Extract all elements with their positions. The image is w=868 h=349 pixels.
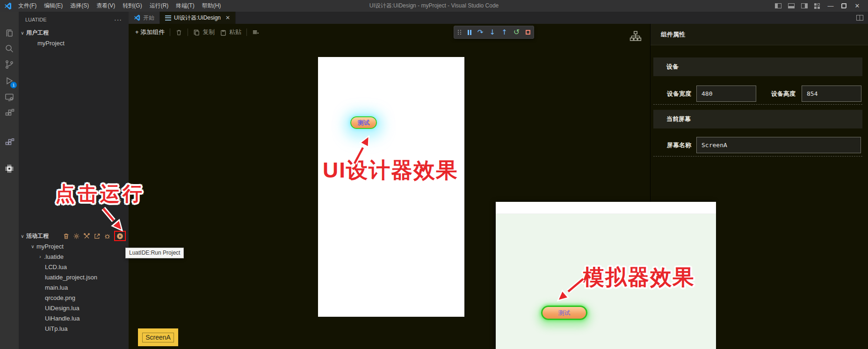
panel-title: 组件属性 [651,24,868,45]
tree-item-user-myproject[interactable]: myProject [19,38,129,48]
webview-icon [165,15,171,21]
tree-item-lcd-lua[interactable]: LCD.lua [19,262,129,272]
paste-button[interactable]: 粘贴 [220,28,241,36]
delete-component-button[interactable] [175,29,182,36]
debug-badge: 1 [10,82,17,88]
sidebar-title: LUATIDE [25,17,47,22]
menu-terminal[interactable]: 终端(T) [172,0,198,12]
annotation-simulator-effect: 模拟器效果 [583,265,695,289]
search-icon[interactable] [4,43,15,54]
arrow-to-simulator-button [554,273,594,306]
menu-file[interactable]: 文件(F) [14,0,40,12]
device-width-label: 设备宽度 [667,90,691,98]
annotation-click-run: 点击运行 [55,183,145,205]
section-device[interactable]: 设备 [653,57,862,76]
sidebar-luatide: LUATIDE ··· ∨ 用户工程 myProject ∨ 活动工程 [19,12,129,349]
arrow-to-designer-button [346,135,374,168]
vscode-logo-icon [134,14,140,21]
tab-ui-designer[interactable]: UI设计器:UiDesign ✕ [160,12,236,24]
menu-help[interactable]: 帮助(H) [198,0,225,12]
close-tab-icon[interactable]: ✕ [225,14,230,21]
debug-toolbar: ↷ ↓ ↑ ↺ [454,26,534,39]
toggle-panel-icon[interactable] [788,3,795,8]
restore-button[interactable] [841,3,846,8]
add-component-button[interactable]: + 添加组件 [135,28,165,36]
drag-handle-icon[interactable] [457,29,462,35]
copy-button[interactable]: 复制 [193,28,215,36]
chevron-right-icon: › [36,254,44,259]
step-into-icon[interactable]: ↓ [489,29,495,36]
vscode-logo-icon [4,2,12,10]
extensions-icon[interactable] [4,108,15,119]
toggle-secondary-sidebar-icon[interactable] [801,3,808,8]
restart-icon[interactable]: ↺ [514,28,520,36]
tree-item-myproject[interactable]: ∨ myProject [19,241,129,251]
run-project-icon[interactable] [116,233,123,240]
delete-project-icon[interactable] [63,233,70,240]
chevron-down-icon: ∨ [29,244,36,249]
device-height-label: 设备高度 [771,90,796,98]
device-height-input[interactable] [802,85,861,102]
split-editor-icon[interactable] [856,15,863,21]
simulator-titlebar [496,202,716,214]
screen-name-label: 屏幕名称 [667,141,691,150]
layer-menu-icon[interactable] [252,29,259,36]
tree-item-luatide-folder[interactable]: › .luatide [19,251,129,262]
tree-item-main-lua[interactable]: main.lua [19,282,129,292]
settings-icon[interactable] [73,233,80,240]
menu-view[interactable]: 查看(V) [93,0,119,12]
component-tree-icon[interactable] [629,30,642,42]
explorer-icon[interactable] [4,27,15,38]
vscode-window: 文件(F) 编辑(E) 选择(S) 查看(V) 转到(G) 运行(R) 终端(T… [0,0,868,349]
annotation-designer-effect: UI设计器效果 [323,158,458,182]
tools-icon[interactable] [83,233,90,240]
export-icon[interactable] [94,233,101,240]
tree-item-uihandle-lua[interactable]: UiHandle.lua [19,313,129,323]
customize-layout-icon[interactable] [814,3,820,9]
screen-tab[interactable]: ScreenA [138,328,178,346]
section-user-project[interactable]: ∨ 用户工程 [19,28,129,38]
run-debug-icon[interactable]: 1 [4,75,15,86]
device-width-input[interactable] [696,85,756,102]
step-out-icon[interactable]: ↑ [501,29,507,36]
luatide-chip-icon[interactable] [4,163,15,174]
chevron-down-icon: ∨ [19,30,26,36]
more-actions-icon[interactable]: ··· [114,16,122,23]
tree-item-uitp-lua[interactable]: UiTp.lua [19,323,129,334]
menu-run[interactable]: 运行(R) [146,0,173,12]
activity-bar: 1 [0,12,19,349]
tab-start[interactable]: 开始 [129,12,160,24]
remote-explorer-icon[interactable] [4,92,15,103]
step-over-icon[interactable]: ↷ [477,29,484,36]
minimize-button[interactable]: — [826,2,835,9]
run-project-tooltip: LuatIDE:Run Project [125,248,184,258]
designer-test-button[interactable]: 测试 [350,116,377,129]
tree-item-uidesign-lua[interactable]: UiDesign.lua [19,303,129,313]
screen-name-input[interactable] [696,137,861,153]
tree-item-project-json[interactable]: luatide_project.json [19,272,129,282]
simulator-test-button[interactable]: 测试 [541,306,587,320]
close-button[interactable]: ✕ [853,2,861,9]
section-current-screen[interactable]: 当前屏幕 [653,110,862,128]
titlebar: 文件(F) 编辑(E) 选择(S) 查看(V) 转到(G) 运行(R) 终端(T… [0,0,868,12]
menu-edit[interactable]: 编辑(E) [40,0,66,12]
pause-icon[interactable] [468,30,471,35]
chevron-down-icon: ∨ [19,234,26,239]
editor-tabbar: 开始 UI设计器:UiDesign ✕ [129,12,868,24]
source-control-icon[interactable] [4,59,15,70]
debug-bug-icon[interactable] [104,233,111,240]
arrow-to-run-button [96,205,129,233]
design-canvas[interactable]: 测试 [318,57,464,317]
luatide-view-icon[interactable] [4,137,15,149]
stop-icon[interactable] [526,30,530,35]
menu-selection[interactable]: 选择(S) [66,0,93,12]
toggle-sidebar-icon[interactable] [775,3,781,8]
designer-toolbar: + 添加组件 复制 粘贴 [129,26,259,39]
menu-goto[interactable]: 转到(G) [119,0,145,12]
tree-item-qrcode-png[interactable]: qrcode.png [19,292,129,303]
